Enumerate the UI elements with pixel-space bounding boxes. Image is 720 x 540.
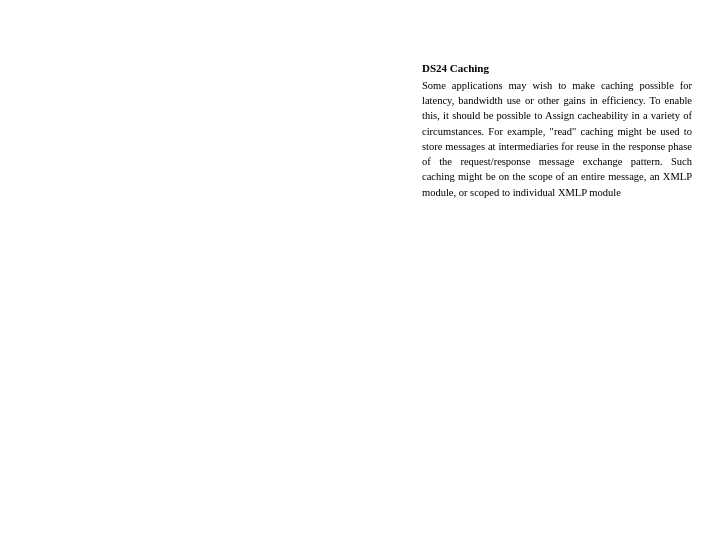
section-title: DS24 Caching	[422, 62, 489, 74]
paragraph: Some applications may wish to make cachi…	[422, 78, 692, 200]
content-text: Some applications may wish to make cachi…	[422, 78, 692, 200]
page-container: DS24 Caching Some applications may wish …	[0, 0, 720, 540]
